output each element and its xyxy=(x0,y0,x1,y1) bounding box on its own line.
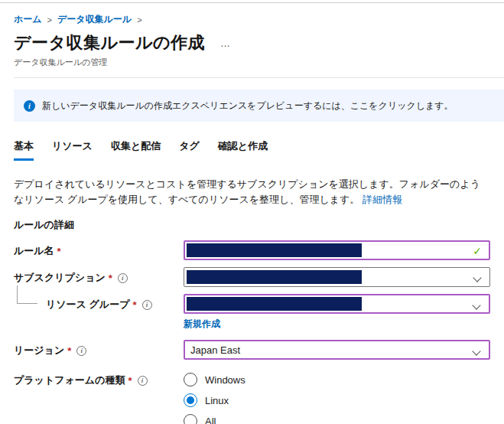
region-value: Japan East xyxy=(190,344,240,356)
radio-label: Linux xyxy=(205,395,229,406)
tab-tags[interactable]: タグ xyxy=(179,139,200,161)
basics-form: ルール名 * ✓ サブスクリプション * i xyxy=(14,240,504,424)
valid-check-icon: ✓ xyxy=(473,245,482,257)
rule-name-label: ルール名 xyxy=(14,244,54,258)
resource-group-row: リソース グループ * i 新規作成 xyxy=(14,294,504,331)
region-row: リージョン * i Japan East xyxy=(14,340,504,360)
tab-resources[interactable]: リソース xyxy=(52,139,93,161)
required-asterisk: * xyxy=(57,246,61,257)
rule-name-control-cell: ✓ xyxy=(184,240,490,260)
resource-group-label: リソース グループ xyxy=(46,298,129,311)
section-title-rule-details: ルールの詳細 xyxy=(14,218,504,232)
region-label-cell: リージョン * i xyxy=(14,340,184,357)
create-data-collection-rule-page: ホーム > データ収集ルール > データ収集ルールの作成 … データ収集ルールの… xyxy=(0,13,504,424)
subscription-label: サブスクリプション xyxy=(14,271,106,285)
preview-info-banner[interactable]: i 新しいデータ収集ルールの作成エクスペリエンスをプレビューするには、ここをクリ… xyxy=(14,90,504,122)
radio-unchecked-icon xyxy=(184,414,197,424)
redacted-value xyxy=(187,243,362,257)
subscription-row: サブスクリプション * i xyxy=(14,267,504,287)
breadcrumb-separator: > xyxy=(137,15,141,24)
breadcrumb-separator: > xyxy=(47,15,52,24)
platform-type-row: プラットフォームの種類 * i Windows Linux A xyxy=(14,370,504,424)
learn-more-link[interactable]: 詳細情報 xyxy=(363,194,402,205)
page-header: データ収集ルールの作成 … xyxy=(14,31,504,54)
page-subtitle: データ収集ルールの管理 xyxy=(14,57,504,68)
subscription-label-cell: サブスクリプション * i xyxy=(14,267,184,285)
info-tooltip-icon[interactable]: i xyxy=(76,346,86,356)
tab-description: デプロイされているリソースとコストを管理するサブスクリプションを選択します。フォ… xyxy=(14,177,489,207)
page-title: データ収集ルールの作成 xyxy=(14,31,205,54)
info-icon: i xyxy=(24,100,35,112)
radio-unchecked-icon xyxy=(184,373,197,386)
platform-type-label-cell: プラットフォームの種類 * i xyxy=(14,370,184,387)
radio-dot xyxy=(187,396,194,404)
tab-collect-and-deliver[interactable]: 収集と配信 xyxy=(111,139,161,161)
create-new-resource-group-link[interactable]: 新規作成 xyxy=(184,318,220,331)
platform-type-radio-group: Windows Linux All xyxy=(184,370,490,424)
redacted-value xyxy=(187,270,362,284)
rule-name-label-cell: ルール名 * xyxy=(14,240,184,258)
tab-basics[interactable]: 基本 xyxy=(14,139,34,161)
radio-label: All xyxy=(205,416,216,424)
radio-option-windows[interactable]: Windows xyxy=(184,371,490,388)
required-asterisk: * xyxy=(109,272,112,284)
header-divider xyxy=(14,77,504,78)
info-tooltip-icon[interactable]: i xyxy=(138,376,148,386)
chevron-down-icon xyxy=(473,274,481,282)
radio-option-linux[interactable]: Linux xyxy=(184,392,490,409)
breadcrumb: ホーム > データ収集ルール > xyxy=(14,13,504,26)
required-asterisk: * xyxy=(132,299,136,311)
breadcrumb-home-link[interactable]: ホーム xyxy=(14,13,42,26)
resource-group-label-cell: リソース グループ * i xyxy=(14,294,184,311)
required-asterisk: * xyxy=(67,345,71,357)
radio-label: Windows xyxy=(205,374,245,386)
resource-group-dropdown[interactable] xyxy=(184,294,490,314)
chevron-down-icon xyxy=(472,347,480,356)
top-divider xyxy=(0,2,504,3)
description-text: デプロイされているリソースとコストを管理するサブスクリプションを選択します。フォ… xyxy=(14,178,480,205)
rule-name-input[interactable]: ✓ xyxy=(184,240,490,260)
radio-option-all[interactable]: All xyxy=(184,413,490,424)
resource-group-control-cell: 新規作成 xyxy=(184,294,490,331)
tab-review-and-create[interactable]: 確認と作成 xyxy=(218,139,268,161)
subscription-control-cell xyxy=(184,267,490,287)
platform-type-label: プラットフォームの種類 xyxy=(14,373,125,387)
region-label: リージョン xyxy=(14,344,64,357)
tree-connector-line xyxy=(17,285,37,304)
banner-text: 新しいデータ収集ルールの作成エクスペリエンスをプレビューするには、ここをクリック… xyxy=(42,99,454,113)
rule-name-row: ルール名 * ✓ xyxy=(14,240,504,260)
region-control-cell: Japan East xyxy=(184,340,490,360)
redacted-value xyxy=(187,297,362,311)
required-asterisk: * xyxy=(128,375,132,386)
region-dropdown[interactable]: Japan East xyxy=(184,340,490,360)
wizard-tabs: 基本 リソース 収集と配信 タグ 確認と作成 xyxy=(14,139,504,161)
radio-checked-icon xyxy=(184,393,197,407)
more-actions-button[interactable]: … xyxy=(220,38,231,49)
breadcrumb-data-collection-rules-link[interactable]: データ収集ルール xyxy=(57,13,132,26)
chevron-down-icon xyxy=(472,302,480,310)
subscription-dropdown[interactable] xyxy=(184,267,490,287)
info-tooltip-icon[interactable]: i xyxy=(142,300,152,310)
info-tooltip-icon[interactable]: i xyxy=(118,273,128,283)
platform-type-control-cell: Windows Linux All xyxy=(184,370,490,424)
